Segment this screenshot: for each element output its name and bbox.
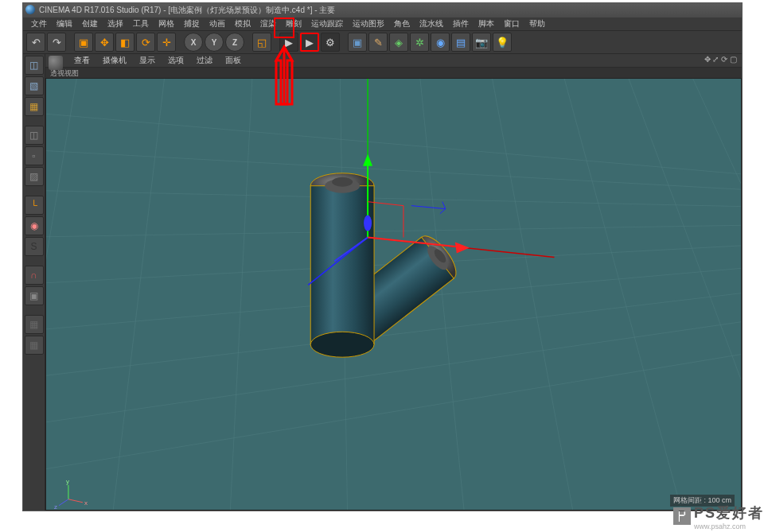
coord-button[interactable]: ◱	[252, 33, 271, 52]
viewport[interactable]: x y z 网格间距 : 100 cm	[45, 78, 742, 511]
render-settings-button[interactable]: ⚙	[321, 33, 340, 52]
vpmenu-显示[interactable]: 显示	[133, 54, 162, 67]
floor-button[interactable]: ▤	[451, 33, 470, 52]
axis-y-button[interactable]: Y	[205, 33, 224, 52]
menu-网格[interactable]: 网格	[154, 17, 179, 30]
viewport-hud-icon	[49, 56, 63, 70]
svg-line-8	[46, 111, 741, 177]
undo-button[interactable]: ↶	[26, 33, 45, 52]
menu-选择[interactable]: 选择	[103, 17, 128, 30]
vpmenu-面板[interactable]: 面板	[219, 54, 248, 67]
scale-button[interactable]: ◧	[115, 33, 134, 52]
svg-line-15	[563, 79, 690, 511]
deform-button[interactable]: ◉	[431, 33, 450, 52]
snap-s-tool[interactable]: S	[25, 237, 44, 256]
array-button[interactable]: ✲	[410, 33, 429, 52]
svg-line-10	[110, 79, 166, 511]
animate-tool[interactable]: ◉	[25, 216, 44, 235]
svg-line-0	[46, 348, 741, 476]
svg-line-13	[419, 79, 467, 511]
viewport-nav-icons[interactable]: ✥ ⤢ ⟳ ▢	[704, 55, 737, 64]
light-button[interactable]: 💡	[493, 33, 512, 52]
svg-line-4	[46, 244, 741, 285]
camera-button[interactable]: 📷	[472, 33, 491, 52]
lock-tool[interactable]: ▣	[25, 286, 44, 305]
grid1-tool[interactable]: ▦	[25, 315, 44, 334]
viewport-menu: 查看摄像机显示选项过滤面板✥ ⤢ ⟳ ▢	[45, 54, 742, 67]
menu-文件[interactable]: 文件	[26, 17, 52, 30]
svg-line-11	[228, 79, 252, 511]
svg-line-6	[46, 190, 741, 208]
grid2-tool[interactable]: ▦	[25, 336, 44, 355]
grid	[46, 79, 741, 511]
tool-sidebar: ◫▧▦◫▫▨└◉S∩▣▦▦	[23, 54, 45, 511]
app-icon	[25, 5, 35, 14]
svg-line-7	[46, 149, 741, 192]
menu-脚本[interactable]: 脚本	[474, 17, 499, 30]
poly-tool[interactable]: ▨	[25, 167, 44, 186]
move-button[interactable]: ✥	[95, 33, 114, 52]
menu-流水线[interactable]: 流水线	[415, 17, 448, 30]
vpmenu-选项[interactable]: 选项	[162, 54, 190, 67]
watermark: 🅿 PS爱好者 www.psahz.com	[673, 503, 764, 530]
editable-tool[interactable]: ◫	[25, 56, 44, 75]
menu-创建[interactable]: 创建	[77, 17, 103, 30]
redo-button[interactable]: ↷	[47, 33, 66, 52]
menu-窗口[interactable]: 窗口	[499, 17, 524, 30]
vpmenu-过滤[interactable]: 过滤	[190, 54, 219, 67]
brush-button[interactable]: ✎	[368, 33, 388, 52]
menu-模拟[interactable]: 模拟	[230, 17, 255, 30]
svg-line-3	[46, 265, 741, 332]
svg-line-1	[46, 316, 741, 428]
menu-插件[interactable]: 插件	[448, 17, 474, 30]
svg-line-17	[689, 79, 741, 511]
menu-运动图形[interactable]: 运动图形	[348, 17, 389, 30]
svg-line-14	[491, 79, 579, 511]
svg-line-12	[340, 79, 348, 511]
menu-捕捉[interactable]: 捕捉	[179, 17, 205, 30]
menu-动画[interactable]: 动画	[205, 17, 230, 30]
svg-line-2	[46, 289, 741, 380]
svg-rect-43	[275, 18, 294, 37]
viewport-label: 透视视图	[45, 67, 742, 78]
edge-tool[interactable]: ▫	[25, 146, 44, 165]
annotation-arrow	[271, 17, 303, 120]
prim-cube-button[interactable]: ▣	[348, 33, 367, 52]
axis-mod-tool[interactable]: └	[25, 196, 44, 215]
model-tool[interactable]: ▧	[25, 76, 44, 95]
main-toolbar: ↶↷▣✥◧⟳✛XYZ◱▶▶⚙▣✎◈✲◉▤📷💡	[23, 30, 742, 54]
axis-z-button[interactable]: Z	[225, 33, 244, 52]
recent-button[interactable]: ✛	[157, 33, 176, 52]
magnet-tool[interactable]: ∩	[25, 266, 44, 285]
title-bar: CINEMA 4D R17.016 Studio (R17) - [电池案例（灯…	[23, 3, 742, 17]
select-button[interactable]: ▣	[74, 33, 93, 52]
vpmenu-查看[interactable]: 查看	[68, 54, 96, 67]
svg-line-9	[46, 79, 78, 511]
menu-运动跟踪[interactable]: 运动跟踪	[306, 17, 348, 30]
subdiv-button[interactable]: ◈	[389, 33, 408, 52]
menu-bar: 文件编辑创建选择工具网格捕捉动画模拟渲染雕刻运动跟踪运动图形角色流水线插件脚本窗…	[23, 17, 742, 30]
menu-帮助[interactable]: 帮助	[524, 17, 550, 30]
menu-工具[interactable]: 工具	[128, 17, 154, 30]
vpmenu-摄像机[interactable]: 摄像机	[96, 54, 133, 67]
rotate-button[interactable]: ⟳	[136, 33, 155, 52]
menu-角色[interactable]: 角色	[389, 17, 415, 30]
point-tool[interactable]: ◫	[25, 126, 44, 145]
menu-编辑[interactable]: 编辑	[52, 17, 77, 30]
svg-line-5	[46, 225, 741, 238]
window-title: CINEMA 4D R17.016 Studio (R17) - [电池案例（灯…	[39, 6, 335, 14]
texture-tool[interactable]: ▦	[25, 97, 44, 116]
axis-x-button[interactable]: X	[184, 33, 203, 52]
svg-line-16	[626, 79, 741, 511]
